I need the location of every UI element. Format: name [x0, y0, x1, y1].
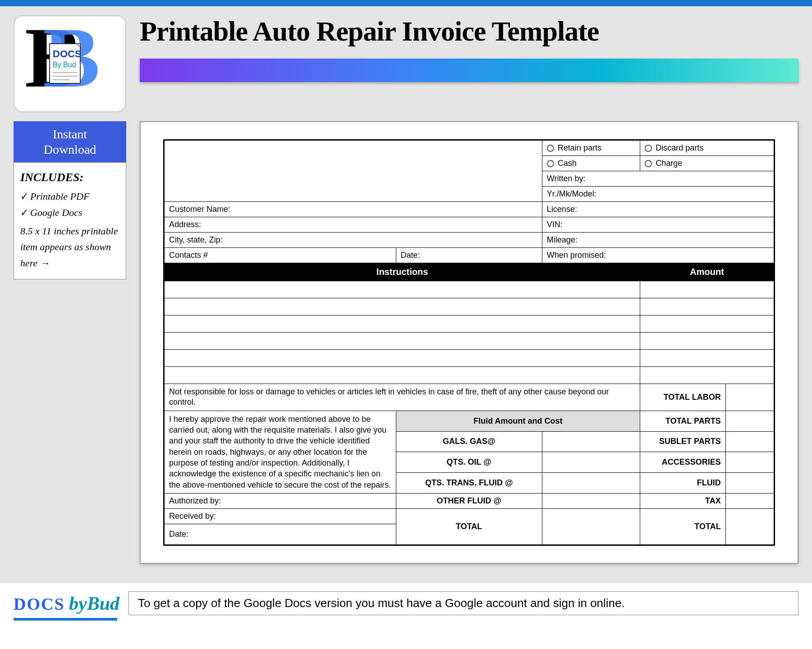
invoice-table: Retain parts Discard parts Cash Charge W… [163, 139, 775, 546]
check-icon: ✓ [20, 207, 28, 218]
instruction-line [164, 350, 640, 367]
sublet-parts-label: SUBLET PARTS [640, 431, 726, 452]
title-area: Printable Auto Repair Invoice Template [140, 15, 798, 112]
badge-line-1: Instant [18, 127, 122, 142]
radio-icon [547, 145, 554, 152]
footer-underline [14, 618, 117, 621]
cash-cell: Cash [542, 156, 640, 171]
gals-gas-value [542, 431, 640, 452]
footer-row: DOCS byBud To get a copy of the Google D… [0, 583, 812, 620]
retain-parts-cell: Retain parts [542, 140, 640, 156]
retain-parts-label: Retain parts [558, 143, 601, 152]
includes-box: INCLUDES: ✓Printable PDF ✓Google Docs 8.… [14, 162, 126, 279]
accessories-value [725, 452, 774, 473]
page-container: B B DOCS By Bud Printable Auto Repair In… [0, 6, 812, 583]
sublet-parts-value [725, 431, 774, 452]
invoice-preview-panel: Retain parts Discard parts Cash Charge W… [140, 121, 798, 564]
includes-title: INCLUDES: [20, 171, 119, 184]
page-title: Printable Auto Repair Invoice Template [140, 15, 798, 47]
total-parts-label: TOTAL PARTS [640, 411, 726, 431]
license-cell: License: [542, 202, 774, 217]
instruction-line [164, 281, 640, 298]
fluid-total-cell: TOTAL [396, 508, 542, 545]
discard-parts-cell: Discard parts [640, 140, 775, 156]
fluid-label: FLUID [640, 473, 726, 494]
fluid-total-value [542, 508, 640, 545]
amount-line [640, 333, 775, 350]
instruction-line [164, 333, 640, 350]
include-label: Printable PDF [30, 191, 89, 202]
qts-oil-value [542, 452, 640, 473]
amount-line [640, 315, 775, 333]
grand-total-label: TOTAL [640, 508, 726, 545]
instructions-header: Instructions [164, 263, 640, 281]
gals-gas-cell: GALS. GAS@ [396, 431, 542, 452]
date-cell: Date: [396, 248, 542, 263]
customer-name-cell: Customer Name: [164, 202, 542, 217]
yr-mk-model-cell: Yr./Mk/Model: [542, 187, 774, 202]
logo-box: B B DOCS By Bud [14, 15, 126, 112]
instruction-line [164, 315, 640, 333]
footer-bybud-text: byBud [69, 593, 119, 614]
tax-label: TAX [640, 493, 726, 508]
include-item-gdocs: ✓Google Docs [20, 207, 119, 219]
total-labor-label: TOTAL LABOR [640, 384, 726, 411]
blank-cell [164, 171, 542, 202]
city-state-zip-cell: City, state, Zip: [164, 233, 542, 248]
date2-cell: Date: [164, 524, 396, 545]
amount-line [640, 367, 775, 384]
amount-line [640, 350, 775, 367]
radio-icon [645, 160, 652, 167]
qts-trans-value [542, 473, 640, 494]
size-note: 8.5 x 11 inches printable item appears a… [20, 223, 119, 271]
when-promised-cell: When promised: [542, 248, 774, 263]
accessories-label: ACCESSORIES [640, 452, 726, 473]
amount-header: Amount [640, 263, 775, 281]
grand-total-value [725, 508, 774, 545]
written-by-cell: Written by: [542, 171, 774, 187]
total-parts-value [725, 411, 774, 431]
radio-icon [547, 160, 554, 167]
footer-note: To get a copy of the Google Docs version… [128, 591, 798, 615]
charge-cell: Charge [640, 156, 775, 171]
footer-docs-text: DOCS [14, 594, 65, 613]
discard-parts-label: Discard parts [656, 143, 703, 152]
contacts-cell: Contacts # [164, 248, 396, 263]
svg-text:By Bud: By Bud [53, 61, 76, 69]
mileage-cell: Mileage: [542, 233, 774, 248]
received-by-cell: Received by: [164, 508, 396, 524]
instruction-line [164, 298, 640, 315]
svg-text:DOCS: DOCS [53, 48, 82, 59]
disclaimer-cell: Not responsible for loss or damage to ve… [164, 384, 640, 411]
total-labor-value [725, 384, 774, 411]
charge-label: Charge [656, 159, 682, 168]
other-fluid-cell: OTHER FLUID @ [396, 493, 542, 508]
other-fluid-value [542, 493, 640, 508]
include-label: Google Docs [30, 207, 82, 218]
include-item-pdf: ✓Printable PDF [20, 191, 119, 202]
amount-line [640, 298, 775, 315]
check-icon: ✓ [20, 191, 28, 202]
authorized-by-cell: Authorized by: [164, 493, 396, 508]
top-accent-bar [0, 0, 812, 6]
sidebar: Instant Download INCLUDES: ✓Printable PD… [14, 121, 126, 564]
content-row: Instant Download INCLUDES: ✓Printable PD… [14, 121, 798, 564]
footer-logo: DOCS byBud [14, 593, 119, 614]
badge-line-2: Download [18, 142, 122, 157]
qts-oil-cell: QTS. OIL @ [396, 452, 542, 473]
header-row: B B DOCS By Bud Printable Auto Repair In… [14, 15, 798, 112]
gradient-accent-bar [140, 59, 798, 82]
fluid-header: Fluid Amount and Cost [396, 411, 640, 431]
blank-header-cell [164, 140, 542, 171]
instruction-line [164, 367, 640, 384]
cash-label: Cash [558, 159, 577, 168]
qts-trans-cell: QTS. TRANS. FLUID @ [396, 473, 542, 494]
fluid-value [725, 473, 774, 494]
approval-text-cell: I hereby approve the repair work mention… [164, 411, 396, 493]
tax-value [725, 493, 774, 508]
instant-download-badge: Instant Download [14, 121, 126, 162]
docs-by-bud-logo: B B DOCS By Bud [20, 21, 119, 107]
vin-cell: VIN: [542, 217, 774, 233]
radio-icon [645, 145, 652, 152]
amount-line [640, 281, 775, 298]
